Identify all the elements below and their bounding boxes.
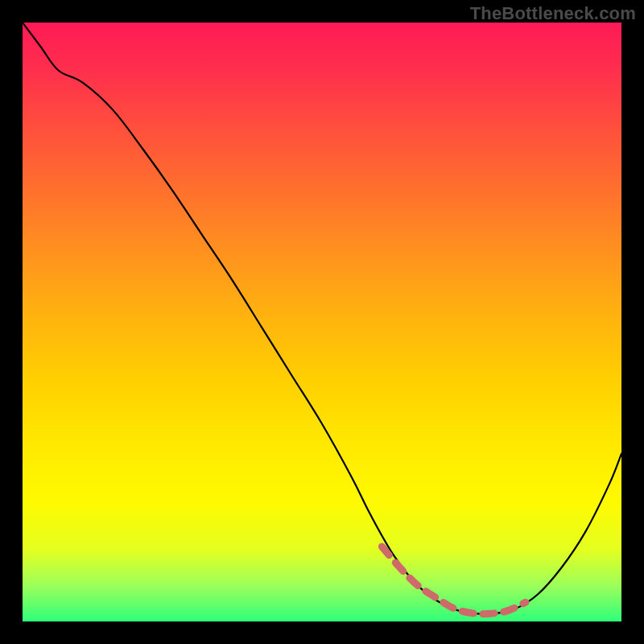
chart-svg — [23, 23, 621, 621]
chart-frame: TheBottleneck.com — [0, 0, 644, 644]
overlay-segment — [382, 547, 526, 614]
watermark-label: TheBottleneck.com — [470, 3, 636, 24]
curve-line — [23, 23, 621, 614]
